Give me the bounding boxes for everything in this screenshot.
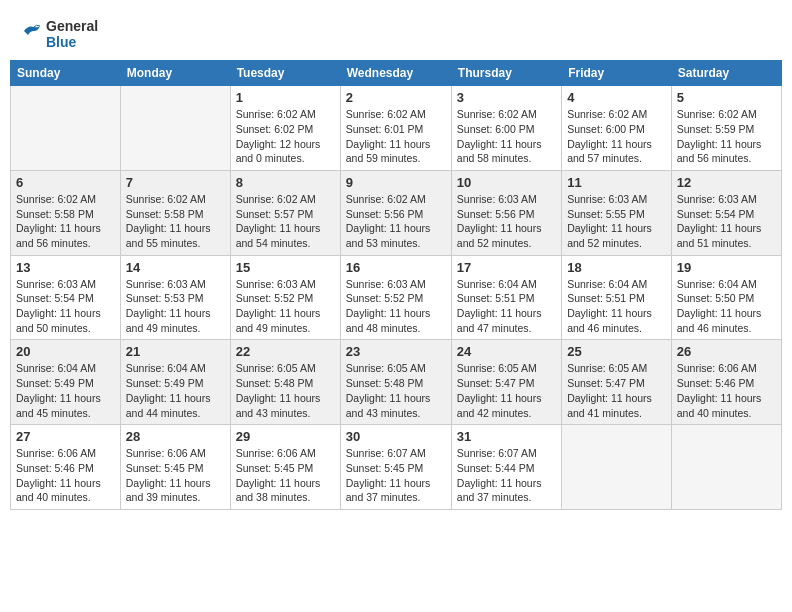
calendar-cell: 15Sunrise: 6:03 AMSunset: 5:52 PMDayligh… bbox=[230, 255, 340, 340]
calendar-cell: 8Sunrise: 6:02 AMSunset: 5:57 PMDaylight… bbox=[230, 170, 340, 255]
day-detail: Sunrise: 6:05 AMSunset: 5:47 PMDaylight:… bbox=[567, 361, 666, 420]
calendar-cell: 12Sunrise: 6:03 AMSunset: 5:54 PMDayligh… bbox=[671, 170, 781, 255]
day-detail: Sunrise: 6:06 AMSunset: 5:46 PMDaylight:… bbox=[677, 361, 776, 420]
weekday-header-thursday: Thursday bbox=[451, 61, 561, 86]
day-number: 11 bbox=[567, 175, 666, 190]
day-detail: Sunrise: 6:03 AMSunset: 5:56 PMDaylight:… bbox=[457, 192, 556, 251]
day-detail: Sunrise: 6:05 AMSunset: 5:47 PMDaylight:… bbox=[457, 361, 556, 420]
calendar-cell: 29Sunrise: 6:06 AMSunset: 5:45 PMDayligh… bbox=[230, 425, 340, 510]
calendar-header-row: SundayMondayTuesdayWednesdayThursdayFrid… bbox=[11, 61, 782, 86]
calendar-cell: 31Sunrise: 6:07 AMSunset: 5:44 PMDayligh… bbox=[451, 425, 561, 510]
calendar-cell: 18Sunrise: 6:04 AMSunset: 5:51 PMDayligh… bbox=[562, 255, 672, 340]
weekday-header-monday: Monday bbox=[120, 61, 230, 86]
day-detail: Sunrise: 6:02 AMSunset: 5:56 PMDaylight:… bbox=[346, 192, 446, 251]
day-number: 26 bbox=[677, 344, 776, 359]
day-number: 27 bbox=[16, 429, 115, 444]
calendar-cell: 26Sunrise: 6:06 AMSunset: 5:46 PMDayligh… bbox=[671, 340, 781, 425]
day-detail: Sunrise: 6:02 AMSunset: 6:01 PMDaylight:… bbox=[346, 107, 446, 166]
day-number: 23 bbox=[346, 344, 446, 359]
calendar-table: SundayMondayTuesdayWednesdayThursdayFrid… bbox=[10, 60, 782, 510]
calendar-cell: 21Sunrise: 6:04 AMSunset: 5:49 PMDayligh… bbox=[120, 340, 230, 425]
day-detail: Sunrise: 6:06 AMSunset: 5:45 PMDaylight:… bbox=[236, 446, 335, 505]
day-detail: Sunrise: 6:06 AMSunset: 5:46 PMDaylight:… bbox=[16, 446, 115, 505]
calendar-week-row: 13Sunrise: 6:03 AMSunset: 5:54 PMDayligh… bbox=[11, 255, 782, 340]
day-number: 21 bbox=[126, 344, 225, 359]
calendar-cell: 3Sunrise: 6:02 AMSunset: 6:00 PMDaylight… bbox=[451, 86, 561, 171]
day-detail: Sunrise: 6:03 AMSunset: 5:52 PMDaylight:… bbox=[236, 277, 335, 336]
calendar-cell: 10Sunrise: 6:03 AMSunset: 5:56 PMDayligh… bbox=[451, 170, 561, 255]
calendar-cell: 5Sunrise: 6:02 AMSunset: 5:59 PMDaylight… bbox=[671, 86, 781, 171]
day-number: 30 bbox=[346, 429, 446, 444]
day-detail: Sunrise: 6:02 AMSunset: 5:57 PMDaylight:… bbox=[236, 192, 335, 251]
calendar-cell: 6Sunrise: 6:02 AMSunset: 5:58 PMDaylight… bbox=[11, 170, 121, 255]
day-number: 29 bbox=[236, 429, 335, 444]
calendar-cell: 25Sunrise: 6:05 AMSunset: 5:47 PMDayligh… bbox=[562, 340, 672, 425]
calendar-cell: 2Sunrise: 6:02 AMSunset: 6:01 PMDaylight… bbox=[340, 86, 451, 171]
day-detail: Sunrise: 6:02 AMSunset: 6:02 PMDaylight:… bbox=[236, 107, 335, 166]
weekday-header-friday: Friday bbox=[562, 61, 672, 86]
weekday-header-tuesday: Tuesday bbox=[230, 61, 340, 86]
day-detail: Sunrise: 6:07 AMSunset: 5:44 PMDaylight:… bbox=[457, 446, 556, 505]
calendar-cell: 28Sunrise: 6:06 AMSunset: 5:45 PMDayligh… bbox=[120, 425, 230, 510]
day-number: 19 bbox=[677, 260, 776, 275]
day-number: 20 bbox=[16, 344, 115, 359]
day-number: 12 bbox=[677, 175, 776, 190]
day-detail: Sunrise: 6:03 AMSunset: 5:54 PMDaylight:… bbox=[16, 277, 115, 336]
day-number: 3 bbox=[457, 90, 556, 105]
logo-text: General Blue bbox=[46, 18, 98, 50]
calendar-cell: 24Sunrise: 6:05 AMSunset: 5:47 PMDayligh… bbox=[451, 340, 561, 425]
calendar-cell: 16Sunrise: 6:03 AMSunset: 5:52 PMDayligh… bbox=[340, 255, 451, 340]
calendar-cell: 7Sunrise: 6:02 AMSunset: 5:58 PMDaylight… bbox=[120, 170, 230, 255]
calendar-week-row: 20Sunrise: 6:04 AMSunset: 5:49 PMDayligh… bbox=[11, 340, 782, 425]
day-number: 6 bbox=[16, 175, 115, 190]
day-detail: Sunrise: 6:03 AMSunset: 5:55 PMDaylight:… bbox=[567, 192, 666, 251]
day-detail: Sunrise: 6:04 AMSunset: 5:50 PMDaylight:… bbox=[677, 277, 776, 336]
calendar-cell bbox=[562, 425, 672, 510]
day-detail: Sunrise: 6:02 AMSunset: 5:58 PMDaylight:… bbox=[16, 192, 115, 251]
day-number: 25 bbox=[567, 344, 666, 359]
day-number: 9 bbox=[346, 175, 446, 190]
day-detail: Sunrise: 6:04 AMSunset: 5:51 PMDaylight:… bbox=[457, 277, 556, 336]
logo: General Blue bbox=[20, 18, 98, 50]
day-number: 17 bbox=[457, 260, 556, 275]
calendar-cell: 14Sunrise: 6:03 AMSunset: 5:53 PMDayligh… bbox=[120, 255, 230, 340]
calendar-week-row: 1Sunrise: 6:02 AMSunset: 6:02 PMDaylight… bbox=[11, 86, 782, 171]
calendar-cell: 20Sunrise: 6:04 AMSunset: 5:49 PMDayligh… bbox=[11, 340, 121, 425]
day-number: 10 bbox=[457, 175, 556, 190]
calendar-cell bbox=[120, 86, 230, 171]
calendar-week-row: 27Sunrise: 6:06 AMSunset: 5:46 PMDayligh… bbox=[11, 425, 782, 510]
calendar-cell: 13Sunrise: 6:03 AMSunset: 5:54 PMDayligh… bbox=[11, 255, 121, 340]
calendar-cell: 19Sunrise: 6:04 AMSunset: 5:50 PMDayligh… bbox=[671, 255, 781, 340]
day-number: 4 bbox=[567, 90, 666, 105]
day-number: 15 bbox=[236, 260, 335, 275]
calendar-week-row: 6Sunrise: 6:02 AMSunset: 5:58 PMDaylight… bbox=[11, 170, 782, 255]
calendar-cell: 17Sunrise: 6:04 AMSunset: 5:51 PMDayligh… bbox=[451, 255, 561, 340]
logo-bird-icon bbox=[20, 21, 42, 47]
calendar-cell: 27Sunrise: 6:06 AMSunset: 5:46 PMDayligh… bbox=[11, 425, 121, 510]
day-number: 28 bbox=[126, 429, 225, 444]
logo-blue: Blue bbox=[46, 34, 98, 50]
day-detail: Sunrise: 6:03 AMSunset: 5:54 PMDaylight:… bbox=[677, 192, 776, 251]
day-number: 8 bbox=[236, 175, 335, 190]
calendar-cell: 4Sunrise: 6:02 AMSunset: 6:00 PMDaylight… bbox=[562, 86, 672, 171]
day-detail: Sunrise: 6:02 AMSunset: 6:00 PMDaylight:… bbox=[457, 107, 556, 166]
day-detail: Sunrise: 6:02 AMSunset: 5:58 PMDaylight:… bbox=[126, 192, 225, 251]
day-number: 1 bbox=[236, 90, 335, 105]
calendar-cell: 9Sunrise: 6:02 AMSunset: 5:56 PMDaylight… bbox=[340, 170, 451, 255]
calendar-cell bbox=[671, 425, 781, 510]
calendar-cell: 30Sunrise: 6:07 AMSunset: 5:45 PMDayligh… bbox=[340, 425, 451, 510]
day-detail: Sunrise: 6:04 AMSunset: 5:51 PMDaylight:… bbox=[567, 277, 666, 336]
day-detail: Sunrise: 6:04 AMSunset: 5:49 PMDaylight:… bbox=[126, 361, 225, 420]
weekday-header-wednesday: Wednesday bbox=[340, 61, 451, 86]
day-detail: Sunrise: 6:06 AMSunset: 5:45 PMDaylight:… bbox=[126, 446, 225, 505]
weekday-header-saturday: Saturday bbox=[671, 61, 781, 86]
day-number: 16 bbox=[346, 260, 446, 275]
day-detail: Sunrise: 6:05 AMSunset: 5:48 PMDaylight:… bbox=[346, 361, 446, 420]
day-number: 2 bbox=[346, 90, 446, 105]
calendar-cell: 23Sunrise: 6:05 AMSunset: 5:48 PMDayligh… bbox=[340, 340, 451, 425]
day-detail: Sunrise: 6:03 AMSunset: 5:52 PMDaylight:… bbox=[346, 277, 446, 336]
logo-container: General Blue bbox=[20, 18, 98, 50]
logo-general: General bbox=[46, 18, 98, 34]
day-number: 5 bbox=[677, 90, 776, 105]
day-number: 31 bbox=[457, 429, 556, 444]
